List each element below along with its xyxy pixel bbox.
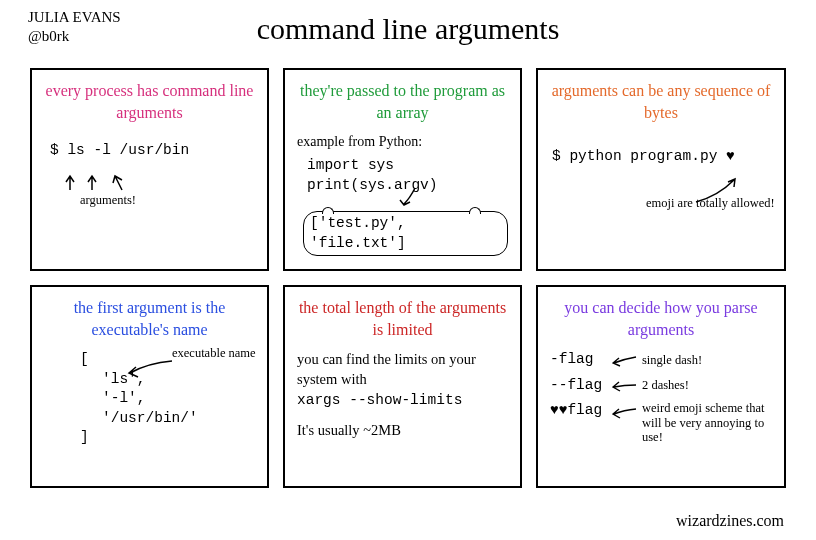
flag: --flag [550,376,612,396]
output-cloud: ['test.py', 'file.txt'] [303,211,508,256]
panel-title: the total length of the arguments is lim… [297,297,508,340]
annotation: 2 dashes! [642,377,689,394]
flag: ♥♥flag [550,401,612,421]
panel-title: every process has command line arguments [44,80,255,123]
flag: -flag [550,350,612,370]
panel-title: the first argument is the executable's n… [44,297,255,340]
panel-title: they're passed to the program as an arra… [297,80,508,123]
command: $ ls -l /usr/bin [50,141,255,161]
panel-limit: the total length of the arguments is lim… [283,285,522,488]
annotation: executable name [172,347,256,361]
panel-every-process: every process has command line arguments… [30,68,269,271]
panel-title: arguments can be any sequence of bytes [550,80,772,123]
page-title: command line arguments [0,12,816,46]
command: $ python program.py ♥ [552,147,772,167]
list-item: '/usr/bin/' [102,409,255,429]
list-item: 'ls', [102,370,255,390]
panel-grid: every process has command line arguments… [30,68,786,488]
code-line: import sys [307,156,508,176]
annotation: weird emoji scheme that will be very ann… [642,401,772,444]
code-line: print(sys.argv) [307,176,508,196]
annotation: emoji are totally allowed! [646,196,775,211]
panel-first-arg: the first argument is the executable's n… [30,285,269,488]
list-item: '-l', [102,389,255,409]
bracket: ] [80,428,255,448]
output: ['test.py', 'file.txt'] [303,211,508,256]
annotation: single dash! [642,352,702,369]
arrows-up-icon [52,172,172,192]
footer-link: wizardzines.com [676,512,784,530]
arrow-left-icon [612,405,638,419]
panel-parse: you can decide how you parse arguments -… [536,285,786,488]
panel-title: you can decide how you parse arguments [550,297,772,340]
panel-array: they're passed to the program as an arra… [283,68,522,271]
annotation: arguments! [80,192,136,209]
panel-bytes: arguments can be any sequence of bytes $… [536,68,786,271]
command: xargs --show-limits [297,391,508,411]
arrow-left-icon [612,353,638,367]
subtitle: example from Python: [297,133,508,152]
text-line: It's usually ~2MB [297,421,508,441]
arrow-left-icon [612,379,638,393]
text-line: you can find the limits on your system w… [297,350,508,389]
